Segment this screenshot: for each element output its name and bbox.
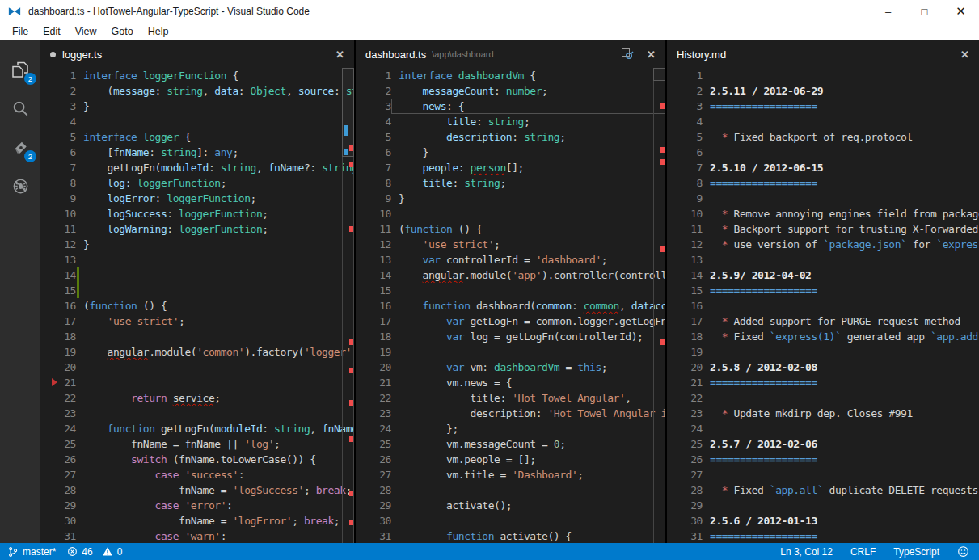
- code-line[interactable]: 4: [667, 114, 979, 129]
- line-number[interactable]: 17: [356, 314, 391, 329]
- code-line[interactable]: 21 vm.news = {: [356, 375, 665, 390]
- code-line[interactable]: 29: [667, 498, 979, 513]
- code-line[interactable]: 9}: [356, 191, 665, 206]
- code-line[interactable]: 13: [667, 252, 979, 267]
- code-line[interactable]: 25 vm.messageCount = 0;: [356, 436, 665, 452]
- code-line[interactable]: 16: [667, 298, 979, 314]
- line-number[interactable]: 22: [667, 390, 703, 406]
- line-number[interactable]: 25: [667, 436, 703, 452]
- overview-ruler[interactable]: [653, 68, 665, 543]
- cursor-position[interactable]: Ln 3, Col 12: [780, 546, 833, 558]
- code-line[interactable]: 26==================: [667, 452, 979, 467]
- code-line[interactable]: 11 logWarning: loggerFunction;: [40, 221, 354, 237]
- code-line[interactable]: 4: [40, 114, 354, 129]
- code-line[interactable]: 5 description: string;: [356, 129, 665, 145]
- line-number[interactable]: 10: [40, 206, 76, 221]
- line-number[interactable]: 20: [40, 360, 76, 375]
- code-line[interactable]: 12 * use version of `package.json` for `…: [667, 237, 979, 252]
- problems-status[interactable]: 46 0: [67, 546, 122, 558]
- line-number[interactable]: 4: [40, 114, 76, 129]
- line-number[interactable]: 17: [40, 314, 76, 329]
- code-line[interactable]: 25 fnName = fnName || 'log';: [40, 436, 354, 452]
- close-window-button[interactable]: ✕: [943, 0, 979, 23]
- line-number[interactable]: 18: [356, 329, 391, 344]
- line-number[interactable]: 22: [356, 390, 391, 406]
- code-line[interactable]: 24 };: [356, 421, 665, 436]
- close-icon[interactable]: ✕: [335, 49, 344, 60]
- code-line[interactable]: 14: [40, 267, 354, 283]
- line-number[interactable]: 19: [40, 344, 76, 360]
- code-line[interactable]: 16 function dashboard(common: common, da…: [356, 298, 665, 314]
- code-line[interactable]: 5 * Fixed backport of req.protocol: [667, 129, 979, 145]
- line-number[interactable]: 13: [40, 252, 76, 267]
- code-line[interactable]: 3}: [40, 99, 354, 114]
- line-number[interactable]: 20: [356, 360, 391, 375]
- code-line[interactable]: 18: [40, 329, 354, 344]
- code-line[interactable]: 3==================: [667, 99, 979, 114]
- eol-indicator[interactable]: CRLF: [850, 546, 876, 558]
- code-line[interactable]: 28 * Fixed `app.all` duplicate DELETE re…: [667, 482, 979, 498]
- overview-ruler[interactable]: [342, 68, 354, 543]
- line-number[interactable]: 28: [40, 482, 76, 498]
- line-number[interactable]: 6: [40, 145, 76, 160]
- code-line[interactable]: 20 var vm: dashboardVm = this;: [356, 360, 665, 375]
- line-number[interactable]: 7: [667, 160, 703, 175]
- code-line[interactable]: 1interface loggerFunction {: [40, 68, 354, 83]
- scrollbar-slider[interactable]: [653, 68, 665, 81]
- line-number[interactable]: 29: [40, 498, 76, 513]
- code-line[interactable]: 23 description: 'Hot Towel Angular is a …: [356, 406, 665, 421]
- code-line[interactable]: 30: [356, 513, 665, 528]
- line-number[interactable]: 22: [40, 390, 76, 406]
- code-line[interactable]: 24 function getLogFn(moduleId: string, f…: [40, 421, 354, 436]
- line-number[interactable]: 21: [356, 375, 391, 390]
- code-line[interactable]: 1: [667, 68, 979, 83]
- line-number[interactable]: 13: [667, 252, 703, 267]
- code-line[interactable]: 3 news: {: [356, 99, 665, 114]
- line-number[interactable]: 17: [667, 314, 703, 329]
- line-number[interactable]: 28: [667, 482, 703, 498]
- git-branch-status[interactable]: master*: [7, 546, 56, 558]
- line-number[interactable]: 13: [356, 252, 391, 267]
- code-line[interactable]: 13: [40, 252, 354, 267]
- code-line[interactable]: 11(function () {: [356, 221, 665, 237]
- code-line[interactable]: 27 case 'success':: [40, 467, 354, 482]
- code-line[interactable]: 29 case 'error':: [40, 498, 354, 513]
- line-number[interactable]: 8: [667, 175, 703, 191]
- code-line[interactable]: 2 messageCount: number;: [356, 83, 665, 99]
- code-line[interactable]: 23 * Update mkdirp dep. Closes #991: [667, 406, 979, 421]
- code-line[interactable]: 9 logError: loggerFunction;: [40, 191, 354, 206]
- code-area[interactable]: 1interface dashboardVm {2 messageCount: …: [356, 68, 665, 543]
- code-line[interactable]: 14 angular.module('app').controller(cont…: [356, 267, 665, 283]
- line-number[interactable]: 9: [356, 191, 391, 206]
- code-line[interactable]: 302.5.6 / 2012-01-13: [667, 513, 979, 528]
- line-number[interactable]: 14: [667, 267, 703, 283]
- line-number[interactable]: 5: [667, 129, 703, 145]
- line-number[interactable]: 24: [667, 421, 703, 436]
- line-number[interactable]: 1: [667, 68, 703, 83]
- line-number[interactable]: 4: [356, 114, 391, 129]
- line-number[interactable]: 6: [356, 145, 391, 160]
- line-number[interactable]: 6: [667, 145, 703, 160]
- code-line[interactable]: 26 vm.people = [];: [356, 452, 665, 467]
- line-number[interactable]: 3: [356, 99, 391, 114]
- line-number[interactable]: 30: [667, 513, 703, 528]
- line-number[interactable]: 12: [356, 237, 391, 252]
- line-number[interactable]: 19: [667, 344, 703, 360]
- code-line[interactable]: 7 people: person[];: [356, 160, 665, 175]
- code-line[interactable]: 7 getLogFn(moduleId: string, fnName?: st…: [40, 160, 354, 175]
- menu-item-help[interactable]: Help: [141, 24, 176, 39]
- line-number[interactable]: 24: [40, 421, 76, 436]
- code-line[interactable]: 202.5.8 / 2012-02-08: [667, 360, 979, 375]
- code-line[interactable]: 72.5.10 / 2012-06-15: [667, 160, 979, 175]
- minimize-button[interactable]: –: [870, 0, 906, 23]
- menu-item-goto[interactable]: Goto: [104, 24, 141, 39]
- line-number[interactable]: 15: [40, 283, 76, 298]
- line-number[interactable]: 19: [356, 344, 391, 360]
- line-number[interactable]: 16: [667, 298, 703, 314]
- line-number[interactable]: 18: [40, 329, 76, 344]
- menu-item-file[interactable]: File: [5, 24, 36, 39]
- code-line[interactable]: 22.5.11 / 2012-06-29: [667, 83, 979, 99]
- code-line[interactable]: 29 activate();: [356, 498, 665, 513]
- line-number[interactable]: 18: [667, 329, 703, 344]
- line-number[interactable]: 9: [40, 191, 76, 206]
